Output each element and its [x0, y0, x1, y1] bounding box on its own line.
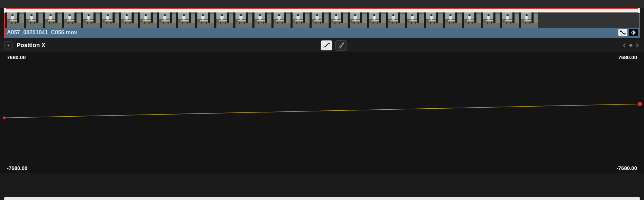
thumbnail-frame[interactable] — [310, 12, 329, 28]
svg-rect-281 — [487, 21, 488, 24]
thumbnail-frame[interactable] — [424, 12, 443, 28]
svg-rect-32 — [57, 14, 62, 23]
svg-point-196 — [335, 14, 337, 16]
svg-point-174 — [297, 14, 299, 16]
curve-editor-button[interactable] — [618, 29, 627, 36]
thumbnail-frame[interactable] — [405, 12, 424, 28]
svg-rect-153 — [267, 14, 271, 23]
svg-rect-249 — [434, 21, 435, 24]
svg-rect-193 — [334, 21, 336, 24]
thumbnail-frame[interactable] — [5, 12, 24, 28]
thumbnail-frame[interactable] — [43, 12, 62, 28]
svg-rect-60 — [105, 20, 113, 21]
svg-rect-72 — [125, 21, 126, 24]
svg-rect-282 — [491, 21, 492, 24]
keyframe-diamond-icon — [629, 43, 633, 47]
thumbnail-frame[interactable] — [481, 12, 500, 28]
svg-rect-84 — [149, 21, 150, 24]
next-keyframe-button[interactable] — [634, 43, 640, 48]
svg-rect-280 — [486, 20, 493, 21]
curve-graph-area[interactable]: 7680.00 7680.00 -7680.00 -7680.00 — [0, 52, 644, 173]
svg-rect-254 — [443, 12, 445, 28]
thumbnail-frame[interactable] — [176, 12, 195, 28]
thumbnail-frame[interactable] — [24, 12, 43, 28]
prev-keyframe-button[interactable] — [622, 43, 627, 48]
thumbnail-frame[interactable] — [348, 12, 367, 28]
svg-rect-137 — [238, 20, 246, 21]
svg-rect-226 — [392, 21, 393, 24]
thumbnail-frame[interactable] — [214, 12, 233, 28]
parameter-dropdown[interactable] — [4, 41, 12, 49]
thumbnail-frame[interactable] — [62, 12, 81, 28]
add-keyframe-button[interactable] — [628, 43, 634, 48]
svg-rect-115 — [200, 20, 208, 21]
thumbnail-frame[interactable] — [290, 12, 310, 28]
thumbnail-frame[interactable] — [81, 12, 100, 28]
svg-rect-215 — [373, 21, 374, 24]
keyframe-point-end[interactable] — [638, 102, 642, 106]
thumbnail-frame[interactable] — [271, 12, 290, 28]
ease-curve-icon — [323, 43, 330, 48]
svg-rect-269 — [467, 20, 474, 21]
thumbnail-frame[interactable] — [329, 12, 348, 28]
svg-rect-230 — [400, 14, 405, 23]
svg-point-53 — [88, 14, 90, 16]
chevron-right-icon — [635, 43, 639, 47]
horizontal-scrollbar[interactable] — [4, 197, 640, 200]
svg-rect-17 — [30, 21, 31, 24]
thumbnail-frame[interactable] — [462, 12, 481, 28]
svg-rect-166 — [290, 12, 293, 28]
svg-rect-106 — [187, 21, 188, 24]
curve-line[interactable] — [4, 104, 640, 118]
keyframe-button[interactable] — [629, 29, 638, 36]
svg-point-229 — [392, 14, 394, 16]
thumbnail-frame[interactable] — [252, 12, 271, 28]
thumbnail-frame[interactable] — [138, 12, 157, 28]
svg-rect-38 — [67, 20, 74, 21]
svg-rect-127 — [220, 21, 221, 24]
clip-container: // placeholder so template stays literal… — [4, 8, 640, 38]
svg-rect-155 — [271, 12, 274, 28]
svg-rect-83 — [144, 21, 145, 24]
svg-point-20 — [30, 14, 33, 16]
svg-rect-265 — [462, 12, 464, 28]
svg-rect-40 — [72, 21, 73, 24]
ease-curve-tool[interactable] — [321, 40, 332, 51]
thumbnail-frame[interactable] — [195, 12, 214, 28]
thumbnail-frame[interactable] — [233, 12, 252, 28]
svg-rect-29 — [53, 21, 54, 24]
keyframe-point-start[interactable] — [3, 116, 6, 119]
svg-rect-160 — [277, 21, 278, 24]
thumbnail-strip[interactable]: // placeholder so template stays literal… — [5, 12, 639, 28]
svg-rect-188 — [329, 12, 331, 28]
dropdown-icon — [7, 44, 10, 47]
thumbnail-frame[interactable] — [500, 12, 519, 28]
thumbnail-frame[interactable] — [157, 12, 176, 28]
eyedropper-icon — [338, 42, 344, 48]
svg-rect-164 — [286, 14, 290, 23]
trim-handle-out[interactable] — [638, 8, 640, 13]
svg-rect-252 — [438, 14, 443, 23]
svg-rect-171 — [296, 21, 297, 24]
svg-rect-225 — [391, 20, 398, 21]
svg-rect-247 — [429, 20, 436, 21]
chevron-left-icon — [623, 43, 626, 47]
svg-rect-177 — [310, 12, 312, 28]
svg-rect-236 — [410, 20, 417, 21]
svg-point-262 — [449, 14, 451, 16]
svg-point-273 — [468, 14, 471, 16]
svg-rect-16 — [29, 20, 36, 21]
svg-point-31 — [50, 14, 52, 16]
thumbnail-frame[interactable] — [100, 12, 119, 28]
svg-rect-50 — [87, 21, 88, 24]
svg-point-308 — [620, 30, 621, 32]
svg-rect-93 — [162, 20, 170, 21]
thumbnail-frame[interactable] — [119, 12, 138, 28]
thumbnail-frame[interactable] — [386, 12, 405, 28]
svg-rect-161 — [282, 21, 283, 24]
thumbnail-frame[interactable] — [519, 12, 538, 28]
thumbnail-frame[interactable] — [367, 12, 386, 28]
thumbnail-frame[interactable] — [443, 12, 462, 28]
trim-bar[interactable] — [6, 9, 638, 12]
eyedropper-tool[interactable] — [335, 40, 347, 51]
